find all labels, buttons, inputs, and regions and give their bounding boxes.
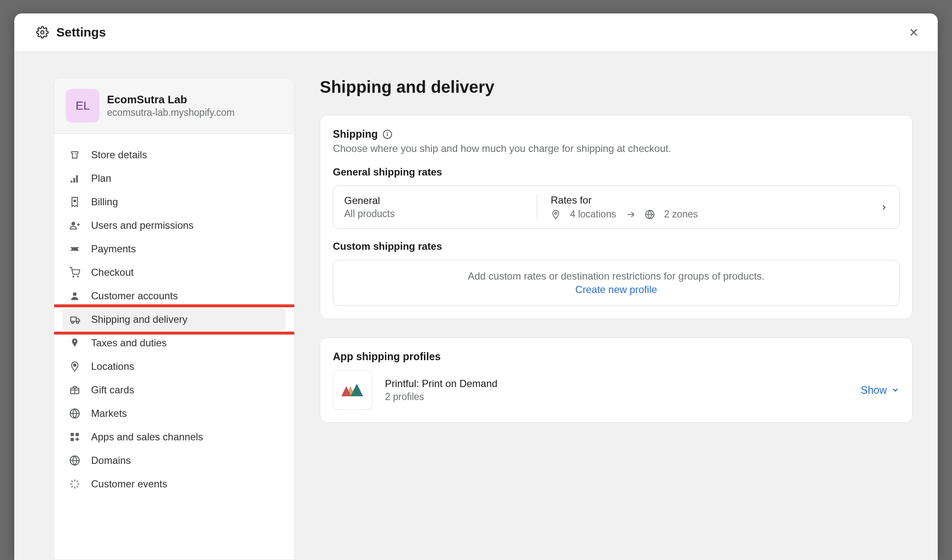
svg-point-5 — [73, 292, 77, 296]
modal-header: Settings — [14, 13, 938, 52]
general-profile-row[interactable]: General All products Rates for 4 locatio… — [333, 186, 900, 229]
zones-count: 2 zones — [664, 209, 698, 220]
create-profile-link[interactable]: Create new profile — [575, 284, 657, 296]
svg-point-15 — [555, 212, 557, 214]
chevron-down-icon — [891, 386, 900, 394]
profile-coverage: All products — [344, 208, 537, 220]
svg-point-1 — [74, 200, 76, 202]
general-rates-heading: General shipping rates — [333, 166, 900, 178]
store-icon — [69, 149, 82, 160]
globe-icon — [645, 209, 655, 220]
svg-point-0 — [41, 31, 44, 34]
sidebar-item-label: Customer accounts — [91, 290, 178, 302]
taxes-icon — [69, 338, 82, 348]
sidebar-item-store-details[interactable]: Store details — [63, 143, 286, 167]
svg-rect-12 — [76, 433, 79, 436]
customer-events-icon — [69, 479, 82, 489]
settings-modal: Settings EL EcomSutra Lab ecomsutra-lab.… — [14, 13, 938, 560]
sidebar-item-billing[interactable]: Billing — [63, 190, 286, 214]
sidebar-item-label: Customer events — [91, 478, 167, 490]
apps-icon — [69, 432, 82, 442]
svg-rect-11 — [71, 433, 74, 436]
svg-point-4 — [78, 276, 78, 277]
sidebar-item-label: Taxes and duties — [91, 337, 167, 349]
app-profiles-heading: App shipping profiles — [333, 351, 900, 363]
sidebar-item-label: Domains — [91, 455, 131, 466]
store-card[interactable]: EL EcomSutra Lab ecomsutra-lab.myshopify… — [54, 78, 294, 134]
sidebar-item-label: Billing — [91, 196, 118, 208]
profile-name: General — [344, 195, 537, 207]
svg-point-3 — [73, 276, 74, 277]
shipping-card: Shipping i Choose where you ship and how… — [320, 115, 913, 319]
billing-icon — [69, 196, 82, 207]
markets-icon — [69, 408, 82, 419]
domains-icon — [69, 455, 82, 466]
sidebar-item-label: Store details — [91, 149, 147, 161]
locations-icon — [69, 361, 82, 372]
svg-point-7 — [77, 322, 79, 324]
sidebar-item-taxes[interactable]: Taxes and duties — [63, 331, 286, 355]
shipping-icon — [69, 314, 82, 325]
svg-point-8 — [73, 364, 76, 366]
svg-rect-13 — [71, 438, 74, 441]
store-avatar: EL — [66, 89, 99, 123]
sidebar-item-label: Users and permissions — [91, 220, 194, 231]
svg-point-2 — [71, 222, 75, 225]
app-name: Printful: Print on Demand — [385, 378, 848, 390]
customer-accounts-icon — [69, 290, 82, 301]
chevron-right-icon — [880, 203, 888, 212]
info-icon[interactable]: i — [383, 130, 392, 139]
svg-point-6 — [72, 322, 74, 324]
store-name: EcomSutra Lab — [107, 93, 235, 106]
store-domain: ecomsutra-lab.myshopify.com — [107, 107, 235, 118]
gift-cards-icon — [69, 385, 82, 395]
close-button[interactable] — [905, 24, 923, 41]
sidebar-item-label: Gift cards — [91, 384, 134, 396]
app-profile-count: 2 profiles — [385, 391, 848, 403]
plan-icon — [69, 173, 82, 184]
payments-icon — [69, 243, 82, 254]
settings-sidebar: EL EcomSutra Lab ecomsutra-lab.myshopify… — [54, 78, 295, 560]
app-profiles-card: App shipping profiles Printful: Print on… — [320, 338, 913, 423]
sidebar-item-customer-events[interactable]: Customer events — [63, 472, 286, 496]
sidebar-item-label: Checkout — [91, 267, 133, 278]
gear-icon — [36, 26, 49, 39]
arrow-right-icon — [625, 209, 636, 220]
users-icon — [69, 220, 82, 231]
sidebar-item-users[interactable]: Users and permissions — [63, 214, 286, 237]
sidebar-item-label: Markets — [91, 408, 127, 419]
sidebar-item-domains[interactable]: Domains — [63, 449, 286, 472]
sidebar-item-label: Payments — [91, 243, 136, 255]
sidebar-item-apps[interactable]: Apps and sales channels — [63, 425, 286, 449]
shipping-heading: Shipping — [333, 128, 378, 140]
custom-rates-text: Add custom rates or destination restrict… — [344, 270, 888, 282]
sidebar-item-customer-accounts[interactable]: Customer accounts — [63, 284, 286, 308]
sidebar-item-locations[interactable]: Locations — [63, 355, 286, 378]
locations-count: 4 locations — [570, 209, 616, 220]
sidebar-item-shipping[interactable]: Shipping and delivery — [63, 308, 286, 331]
location-pin-icon — [551, 209, 561, 220]
printful-logo-icon — [338, 379, 367, 400]
sidebar-item-plan[interactable]: Plan — [63, 167, 286, 190]
shipping-subtext: Choose where you ship and how much you c… — [333, 143, 900, 154]
sidebar-item-label: Apps and sales channels — [91, 431, 203, 443]
sidebar-item-checkout[interactable]: Checkout — [63, 261, 286, 284]
main-content: Shipping and delivery Shipping i Choose … — [295, 52, 938, 560]
show-label: Show — [860, 384, 887, 396]
custom-rates-heading: Custom shipping rates — [333, 241, 900, 252]
modal-title: Settings — [56, 25, 106, 39]
sidebar-item-payments[interactable]: Payments — [63, 237, 286, 261]
sidebar-item-markets[interactable]: Markets — [63, 402, 286, 425]
app-thumbnail — [333, 370, 372, 410]
checkout-icon — [69, 267, 82, 278]
close-icon — [908, 27, 919, 38]
sidebar-item-gift-cards[interactable]: Gift cards — [63, 378, 286, 402]
page-title: Shipping and delivery — [320, 78, 913, 97]
sidebar-item-label: Locations — [91, 361, 134, 372]
sidebar-item-label: Plan — [91, 173, 111, 184]
app-profile-row: Printful: Print on Demand 2 profiles Sho… — [333, 370, 900, 410]
sidebar-item-label: Shipping and delivery — [91, 314, 188, 325]
settings-nav: Store details Plan Billing Users and per… — [54, 134, 294, 496]
rates-for-label: Rates for — [551, 194, 880, 206]
show-button[interactable]: Show — [860, 384, 900, 396]
